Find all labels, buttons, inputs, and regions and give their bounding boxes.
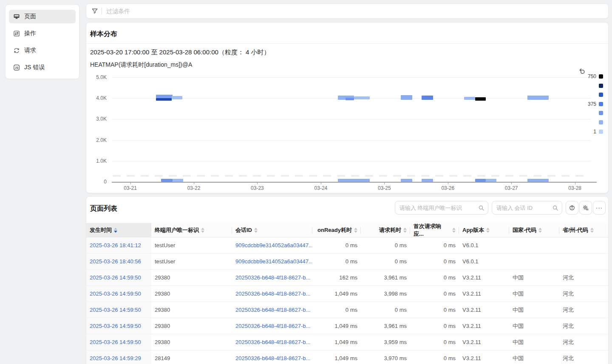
column-header-8[interactable]: 国家-代码 (509, 223, 559, 237)
heatmap-cell[interactable] (422, 96, 433, 100)
cell-link[interactable]: 20250326-b648-4f18-8627-b... (235, 323, 310, 329)
cell-8: 中国 (509, 334, 559, 350)
search-user-input[interactable] (400, 205, 478, 211)
heatmap-cell[interactable] (161, 179, 173, 182)
column-header-6[interactable]: 首次请求响应... (410, 223, 459, 237)
heatmap-cell[interactable] (422, 179, 433, 182)
column-header-3[interactable]: 会话ID (232, 223, 312, 237)
cell-8: 中国 (509, 270, 559, 285)
column-header-2[interactable]: 终端用户唯一标识 (151, 223, 232, 237)
x-axis-tick-label: 03-24 (314, 185, 328, 191)
cell-link[interactable]: 2025-03-26 18:40:56 (90, 258, 141, 265)
cell-link[interactable]: 2025-03-26 18:41:12 (90, 242, 141, 248)
cell-link[interactable]: 20250326-b648-4f18-8627-b... (235, 307, 310, 313)
column-settings-button[interactable] (579, 201, 592, 214)
filter-condition-input[interactable] (106, 8, 603, 14)
cell-link[interactable]: 2025-03-26 14:59:50 (90, 274, 141, 281)
cell-1: 2025-03-26 14:59:50 (86, 270, 151, 285)
cell-text: 3,961 ms (384, 323, 407, 329)
cell-link[interactable]: 909cdcbb9e314052a6a03447... (235, 242, 312, 248)
cell-text: 0 ms (346, 307, 357, 313)
cell-2: testUser (151, 254, 232, 269)
column-header-7[interactable]: App版本 (459, 223, 509, 237)
heatmap-cell[interactable] (401, 95, 412, 100)
column-header-5[interactable]: 请求耗时 (361, 223, 410, 237)
gridline (112, 161, 591, 161)
sidebar-item-js-error[interactable]: JSJS 错误 (9, 61, 76, 74)
cell-link[interactable]: 2025-03-26 14:59:29 (90, 355, 141, 361)
search-session-input[interactable] (496, 205, 552, 211)
sidebar-item-label: 操作 (24, 30, 36, 37)
column-header-label: 发生时间 (90, 226, 112, 234)
cell-6: 0 ms (410, 270, 459, 285)
cell-link[interactable]: 2025-03-26 14:59:50 (90, 339, 141, 345)
cell-text: 1,049 ms (335, 323, 357, 329)
cell-text: V3.2.11 (462, 274, 481, 281)
search-icon[interactable] (478, 205, 484, 211)
cell-link[interactable]: 20250326-b648-4f18-8627-b... (235, 339, 310, 345)
heatmap-cell[interactable] (464, 97, 475, 100)
more-actions-button[interactable]: ··· (593, 201, 606, 214)
table-row: 2025-03-26 14:59:502938020250326-b648-4f… (86, 302, 608, 318)
sort-carets-icon[interactable] (452, 228, 456, 233)
sidebar-item-page[interactable]: 页面 (9, 10, 76, 23)
column-header-9[interactable]: 省/州-代码 (559, 223, 608, 237)
heatmap-cell[interactable] (486, 179, 497, 182)
heatmap-cell[interactable] (346, 98, 354, 100)
heatmap-cell[interactable] (401, 179, 412, 182)
sort-carets-icon[interactable] (114, 228, 117, 233)
sidebar-item-request[interactable]: 请求 (9, 44, 76, 57)
heatmap-cell[interactable] (475, 97, 486, 101)
heatmap-cell[interactable] (156, 95, 173, 98)
column-header-4[interactable]: onReady耗时 (312, 223, 361, 237)
cell-1: 2025-03-26 14:59:50 (86, 318, 151, 334)
heatmap-cell[interactable] (527, 179, 549, 182)
column-header-1[interactable]: 发生时间 (86, 223, 151, 237)
sidebar-item-operation[interactable]: 操作 (9, 27, 76, 40)
sort-carets-icon[interactable] (403, 228, 407, 233)
cell-6: 0 ms (410, 286, 459, 302)
heatmap-cell[interactable] (156, 98, 172, 101)
heatmap-cell[interactable] (172, 96, 183, 99)
sort-carets-icon[interactable] (538, 228, 542, 233)
cell-3: 20250326-b648-4f18-8627-b... (232, 302, 312, 318)
heatmap-cell[interactable] (527, 96, 549, 100)
legend-swatch (599, 111, 603, 115)
heatmap-cell[interactable] (173, 179, 183, 182)
cell-1: 2025-03-26 14:59:29 (86, 350, 151, 364)
cell-text: 29380 (155, 323, 170, 329)
x-axis-tick-label: 03-25 (378, 185, 391, 191)
export-button[interactable] (566, 201, 578, 214)
table-row: 2025-03-26 14:59:292814920250326-b648-4f… (86, 350, 608, 364)
cell-link[interactable]: 20250326-b648-4f18-8627-b... (235, 355, 310, 361)
sort-carets-icon[interactable] (486, 228, 490, 233)
heatmap-cell[interactable] (475, 179, 486, 182)
cell-2: 29380 (151, 270, 232, 285)
table-row: 2025-03-26 18:41:12testUser909cdcbb9e314… (86, 237, 608, 254)
cell-link[interactable]: 909cdcbb9e314052a6a03447... (235, 258, 312, 265)
heatmap-empty-cell (421, 175, 429, 177)
column-header-label: 会话ID (235, 226, 252, 234)
heatmap-cell[interactable] (354, 96, 370, 99)
cell-4: 0 ms (312, 254, 361, 269)
sort-carets-icon[interactable] (590, 228, 594, 233)
cell-3: 20250326-b648-4f18-8627-b... (232, 318, 312, 334)
cell-text: 28149 (155, 355, 170, 361)
cell-link[interactable]: 20250326-b648-4f18-8627-b... (235, 291, 310, 297)
cell-link[interactable]: 20250326-b648-4f18-8627-b... (235, 274, 310, 281)
svg-text:JS: JS (15, 66, 19, 69)
cell-link[interactable]: 2025-03-26 14:59:50 (90, 323, 141, 329)
cell-5: 0 ms (361, 254, 410, 269)
cell-8: 中国 (509, 350, 559, 364)
sort-carets-icon[interactable] (354, 228, 357, 233)
search-icon[interactable] (552, 205, 558, 211)
sidebar: 页面操作请求JSJS 错误 (5, 4, 79, 79)
sort-carets-icon[interactable] (254, 228, 258, 233)
cell-text: 0 ms (444, 323, 456, 329)
heatmap-cell[interactable] (338, 179, 370, 182)
cell-text: V3.2.11 (462, 323, 481, 329)
page-list-card: 页面列表 ··· 发生时间终端用户唯一标识会话IDonReady耗时请求耗时首次… (86, 196, 609, 364)
cell-link[interactable]: 2025-03-26 14:59:50 (90, 291, 141, 297)
cell-link[interactable]: 2025-03-26 14:59:50 (90, 307, 141, 313)
sort-carets-icon[interactable] (201, 228, 204, 233)
